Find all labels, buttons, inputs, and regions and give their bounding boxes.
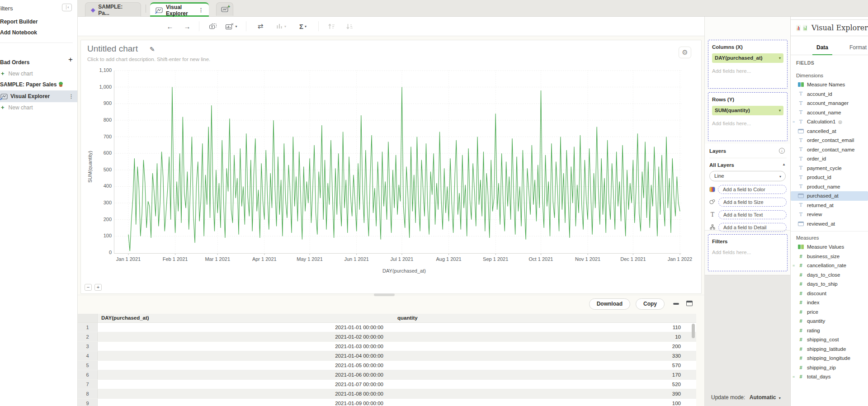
text-field-icon: T (798, 175, 804, 180)
copy-button[interactable]: Copy (636, 298, 665, 310)
sidebar-item-report-builder[interactable]: Report Builder (0, 16, 77, 27)
kebab-menu-icon[interactable]: ⋮ (198, 7, 203, 13)
table-scrollbar-thumb[interactable] (692, 324, 695, 338)
tab-sample-paper-sales[interactable]: ◈ SAMPLE: Pa... (85, 2, 141, 17)
chart-title[interactable]: Untitled chart (87, 44, 138, 54)
columns-field-pill[interactable]: DAY(purchased_at) ▾ (712, 53, 783, 63)
field-item[interactable]: =TCalculation1◎ (791, 117, 868, 127)
info-icon[interactable]: i (779, 148, 785, 154)
field-item[interactable]: #shipping_latitude (791, 345, 868, 354)
clear-chart-button[interactable]: ▾ (223, 21, 240, 31)
field-item[interactable]: Measure Values (791, 242, 868, 252)
sidebar-item-sample-paper-sales[interactable]: SAMPLE: Paper Sales (0, 79, 77, 90)
chart-type-button[interactable]: ▾ (273, 21, 289, 31)
column-header-quantity[interactable]: quantity (389, 314, 686, 322)
add-fields-placeholder[interactable]: Add fields here... (712, 250, 783, 255)
add-fields-placeholder[interactable]: Add fields here... (712, 68, 783, 74)
field-item[interactable]: Tpayment_cycle (791, 164, 868, 173)
chevron-down-icon[interactable]: ▾ (779, 56, 781, 60)
aggregate-button[interactable]: Σ ▾ (295, 21, 311, 31)
field-item[interactable]: Torder_id (791, 154, 868, 164)
field-item[interactable]: #shipping_zip (791, 363, 868, 373)
new-chart-button-1[interactable]: + New chart (0, 68, 77, 79)
edit-pencil-icon[interactable]: ✎ (150, 46, 155, 53)
rows-shelf[interactable]: Rows (Y) SUM(quantity) ▾ Add fields here… (708, 92, 788, 141)
table-row[interactable]: 42021-01-04 00:00:00330 (78, 351, 696, 361)
results-table[interactable]: DAY(purchased_at) quantity 12021-01-01 0… (78, 314, 696, 406)
chevron-up-icon[interactable]: ▴ (783, 162, 785, 166)
redo-button[interactable]: → (182, 21, 193, 31)
sidebar-item-bad-orders[interactable]: Bad Orders (0, 57, 77, 68)
chevron-down-icon[interactable]: ▾ (779, 109, 781, 113)
field-item[interactable]: purchased_at (791, 191, 868, 201)
collapse-sidebar-button[interactable]: ‹ (62, 4, 72, 11)
field-item[interactable]: Treview (791, 210, 868, 219)
maximize-icon[interactable] (686, 301, 693, 306)
field-item[interactable]: reviewed_at (791, 219, 868, 229)
tab-visual-explorer[interactable]: ✓ Visual Explorer ⋮ (150, 2, 209, 17)
gear-icon[interactable]: ⚙ (679, 47, 691, 58)
field-item[interactable]: Taccount_name (791, 108, 868, 118)
line-chart[interactable]: 01002003004005006007008009001,0001,100 J… (94, 68, 699, 281)
field-item[interactable]: #days_to_ship (791, 279, 868, 289)
sort-ascending-button[interactable] (326, 21, 337, 31)
add-fields-placeholder[interactable]: Add fields here... (712, 121, 783, 126)
sort-descending-button[interactable] (344, 21, 355, 31)
sidebar-item-visual-explorer[interactable]: ✓ Visual Explorer ⋮ (0, 90, 77, 102)
field-item[interactable]: =#total_days (791, 372, 868, 382)
field-item[interactable]: =#cancellation_rate (791, 261, 868, 270)
field-item[interactable]: #business_size (791, 252, 868, 261)
column-header-date[interactable]: DAY(purchased_at) (98, 314, 389, 322)
zoom-out-button[interactable]: − (85, 284, 92, 291)
field-item[interactable]: #price (791, 307, 868, 317)
field-item[interactable]: #days_to_close (791, 270, 868, 280)
add-field-to-text[interactable]: Add a field to Text (718, 210, 787, 219)
columns-shelf[interactable]: Columns (X) DAY(purchased_at) ▾ Add fiel… (708, 40, 788, 89)
table-row[interactable]: 82021-01-08 00:00:00390 (78, 389, 696, 399)
kebab-menu-icon[interactable]: ⋮ (69, 94, 74, 99)
table-row[interactable]: 62021-01-06 00:00:00170 (78, 370, 696, 380)
table-row[interactable]: 12021-01-01 00:00:00110 (78, 323, 696, 332)
undo-button[interactable]: ← (165, 21, 175, 31)
table-row[interactable]: 92021-01-09 00:00:00100 (78, 399, 696, 406)
field-item[interactable]: Torder_contact_name (791, 145, 868, 155)
field-item[interactable]: Measure Names (791, 80, 868, 90)
new-chart-tab-button[interactable]: + (216, 2, 233, 16)
table-row[interactable]: 52021-01-05 00:00:00570 (78, 361, 696, 370)
field-item[interactable]: Taccount_id (791, 90, 868, 99)
add-field-to-detail[interactable]: Add a field to Detail (718, 223, 787, 232)
field-item[interactable]: Torder_contact_email (791, 136, 868, 145)
field-item[interactable]: #shipping_cost (791, 335, 868, 345)
filters-shelf[interactable]: Filters Add fields here... (708, 234, 788, 271)
download-button[interactable]: Download (589, 298, 630, 310)
add-field-to-size[interactable]: Add a field to Size (718, 198, 787, 207)
zoom-in-button[interactable]: + (94, 284, 102, 291)
field-item[interactable]: Tproduct_id (791, 173, 868, 182)
rows-field-pill[interactable]: SUM(quantity) ▾ (712, 106, 783, 115)
field-item[interactable]: #discount (791, 289, 868, 298)
field-item[interactable]: Taccount_manager (791, 99, 868, 108)
sidebar-item-add-notebook[interactable]: Add Notebook (0, 27, 77, 38)
minimize-icon[interactable] (673, 303, 679, 305)
field-item[interactable]: #quantity (791, 316, 868, 326)
field-item[interactable]: cancelled_at (791, 127, 868, 136)
chart-description-placeholder[interactable]: Click to add chart description. Shift-en… (87, 57, 210, 62)
duplicate-element-button[interactable] (207, 21, 219, 31)
field-item[interactable]: #shipping_longitude (791, 354, 868, 363)
tab-format[interactable]: Format (848, 44, 868, 51)
table-row[interactable]: 22021-01-02 00:00:0010 (78, 332, 696, 342)
number-field-icon: # (798, 309, 804, 315)
field-item[interactable]: Tproduct_name (791, 182, 868, 192)
table-row[interactable]: 32021-01-03 00:00:00200 (78, 342, 696, 351)
new-chart-button-2[interactable]: + New chart (0, 102, 77, 113)
chart-element-icon: ✓ (0, 94, 8, 99)
field-item[interactable]: Treturned_at (791, 201, 868, 210)
field-item[interactable]: #index (791, 298, 868, 307)
add-field-to-color[interactable]: Add a field to Color (718, 185, 787, 194)
update-mode-control[interactable]: Update mode: Automatic ▾ (711, 394, 781, 401)
tab-data[interactable]: Data (812, 44, 832, 55)
swap-axes-button[interactable]: ⇄ (255, 21, 266, 31)
mark-type-select[interactable]: Line ▾ (709, 171, 786, 181)
table-row[interactable]: 72021-01-07 00:00:00520 (78, 380, 696, 389)
field-item[interactable]: #rating (791, 326, 868, 335)
